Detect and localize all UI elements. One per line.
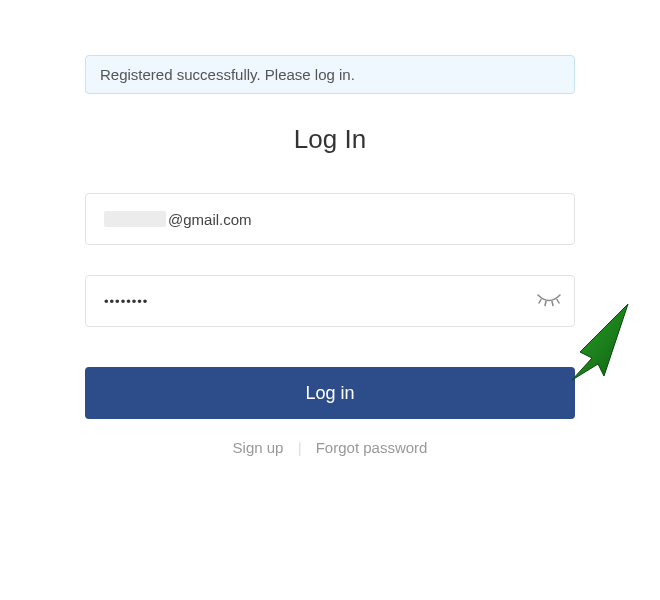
email-domain: @gmail.com [168,211,252,228]
eye-closed-icon[interactable] [537,289,561,313]
page-title: Log In [85,124,575,155]
svg-line-2 [552,302,553,306]
email-field-wrap: @gmail.com [85,193,575,245]
redacted-username [104,211,166,227]
footer-links: Sign up | Forgot password [85,439,575,456]
signup-link[interactable]: Sign up [227,439,290,456]
link-separator: | [294,439,306,456]
forgot-password-link[interactable]: Forgot password [310,439,434,456]
svg-line-0 [539,300,541,304]
svg-line-1 [545,302,546,306]
svg-line-3 [557,300,559,304]
login-button[interactable]: Log in [85,367,575,419]
login-form: Registered successfully. Please log in. … [0,0,660,456]
password-field[interactable] [85,275,575,327]
email-field[interactable]: @gmail.com [85,193,575,245]
success-alert: Registered successfully. Please log in. [85,55,575,94]
alert-text: Registered successfully. Please log in. [100,66,355,83]
password-field-wrap [85,275,575,327]
